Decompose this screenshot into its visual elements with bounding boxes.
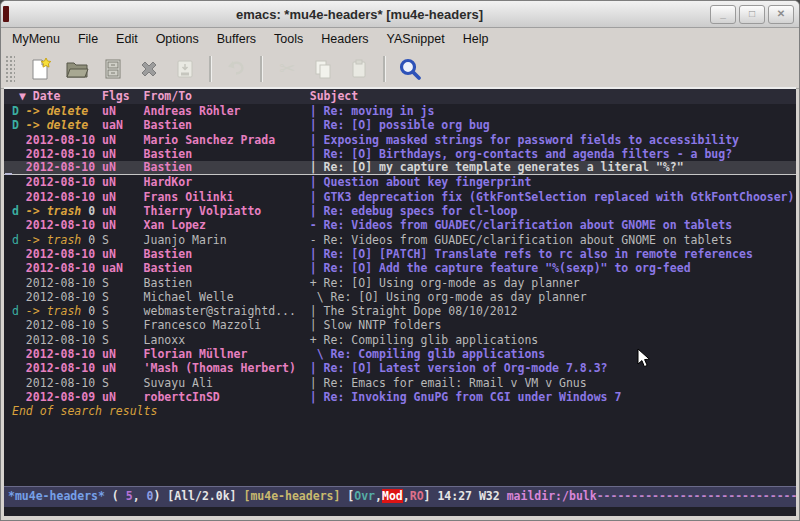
mark-count xyxy=(95,261,102,275)
tool-bar: ✂ xyxy=(1,49,799,89)
message-date: 2012-08-10 xyxy=(26,261,95,275)
message-row[interactable]: 2012-08-10 S Michael Welle \ Re: [O] Usi… xyxy=(4,290,796,304)
message-row[interactable]: 2012-08-10 uN Mario Sanchez Prada | Expo… xyxy=(4,133,796,147)
message-from: HardKor xyxy=(144,175,310,189)
message-date: 2012-08-10 xyxy=(26,276,95,290)
search-button[interactable] xyxy=(392,53,428,85)
message-row[interactable]: 2012-08-10 uN HardKor | Question about k… xyxy=(4,175,796,189)
new-file-button[interactable] xyxy=(23,53,59,85)
message-subject: + Re: Compiling glib applications xyxy=(310,333,538,347)
menu-item-tools[interactable]: Tools xyxy=(265,30,312,48)
message-from: Bastien xyxy=(144,276,310,290)
minimize-button[interactable]: _ xyxy=(710,5,736,24)
menu-item-headers[interactable]: Headers xyxy=(312,30,377,48)
message-subject: | Re: [O] [PATCH] Translate refs to rc a… xyxy=(310,247,753,261)
message-subject: | Re: [O] Add the capture feature "%(sex… xyxy=(310,261,691,275)
column-subject[interactable]: Subject xyxy=(310,89,358,103)
message-from: Lanoxx xyxy=(144,333,310,347)
message-row[interactable]: D -> delete uaN Bastien | Re: [O] possib… xyxy=(4,118,796,132)
message-row[interactable]: 2012-08-10 uaN Bastien | Re: [O] Add the… xyxy=(4,261,796,275)
mark-count: 0 xyxy=(81,204,102,218)
mark-flag xyxy=(12,361,26,375)
cut-button[interactable]: ✂ xyxy=(269,53,305,85)
message-flags: uaN xyxy=(102,118,144,132)
message-row[interactable]: 2012-08-10 uN Florian Müllner \ Re: Comp… xyxy=(4,347,796,361)
message-flags: S xyxy=(102,304,144,318)
message-date: 2012-08-10 xyxy=(26,175,95,189)
message-row[interactable]: 2012-08-10 S Francesco Mazzoli | Slow NN… xyxy=(4,318,796,332)
message-subject: | Re: Emacs for email: Rmail v VM v Gnus xyxy=(310,376,587,390)
menu-item-buffers[interactable]: Buffers xyxy=(208,30,265,48)
message-row[interactable]: 2012-08-10 uN Frans Oilinki | GTK3 depre… xyxy=(4,190,796,204)
mark-count: 0 xyxy=(81,233,102,247)
message-row[interactable]: 2012-08-10 uN Bastien | Re: [O] Birthday… xyxy=(4,147,796,161)
message-flags: uN xyxy=(102,390,144,404)
message-row[interactable]: 2012-08-09 uN robertcInSD | Re: Invoking… xyxy=(4,390,796,404)
toolbar-grip-handle[interactable] xyxy=(5,55,15,83)
mark-flag xyxy=(12,276,26,290)
column-date[interactable]: ▼ Date xyxy=(12,89,102,103)
message-row[interactable]: d -> trash 0 uN Thierry Volpiatto | Re: … xyxy=(4,204,796,218)
menu-item-mymenu[interactable]: MyMenu xyxy=(3,30,69,48)
menu-item-yasnippet[interactable]: YASnippet xyxy=(378,30,454,48)
window-title: emacs: *mu4e-headers* [mu4e-headers] xyxy=(9,7,710,22)
message-row[interactable]: d -> trash 0 S Juanjo Marin - Re: Videos… xyxy=(4,233,796,247)
mark-flag: d xyxy=(12,204,26,218)
mark-flag xyxy=(12,190,26,204)
menu-item-file[interactable]: File xyxy=(69,30,107,48)
open-file-button[interactable] xyxy=(59,53,95,85)
message-row[interactable]: 2012-08-10 uN Bastien | Re: [O] my captu… xyxy=(4,161,796,175)
message-subject: | Re: edebug specs for cl-loop xyxy=(310,204,518,218)
column-flags[interactable]: Flgs xyxy=(102,89,144,103)
toolbar-separator xyxy=(260,56,263,82)
close-button[interactable]: ✕ xyxy=(768,5,794,24)
echo-area xyxy=(4,507,796,516)
menu-item-edit[interactable]: Edit xyxy=(107,30,147,48)
message-from: Florian Müllner xyxy=(144,347,310,361)
message-row[interactable]: d -> trash 0 S webmaster@straightd... | … xyxy=(4,304,796,318)
paste-button[interactable] xyxy=(341,53,377,85)
message-row[interactable]: D -> delete uN Andreas Röhler | Re: movi… xyxy=(4,104,796,118)
message-row[interactable]: 2012-08-10 uN 'Mash (Thomas Herbert) | R… xyxy=(4,361,796,375)
column-from[interactable]: From/To xyxy=(144,89,310,103)
message-subject: \ Re: [O] Using org-mode as day planner xyxy=(310,290,587,304)
message-date: 2012-08-10 xyxy=(26,318,95,332)
titlebar[interactable]: emacs: *mu4e-headers* [mu4e-headers] _ □… xyxy=(1,1,799,28)
menu-item-options[interactable]: Options xyxy=(147,30,208,48)
message-from: webmaster@straightd... xyxy=(144,304,310,318)
message-subject: \ Re: Compiling glib applications xyxy=(310,347,545,361)
dired-button[interactable] xyxy=(95,53,131,85)
copy-button[interactable] xyxy=(305,53,341,85)
menu-item-help[interactable]: Help xyxy=(454,30,498,48)
message-from: robertcInSD xyxy=(144,390,310,404)
message-flags: S xyxy=(102,333,144,347)
mark-flag xyxy=(12,133,26,147)
message-row[interactable]: 2012-08-10 S Bastien + Re: [O] Using org… xyxy=(4,276,796,290)
message-flags: uN xyxy=(102,218,144,232)
maximize-button[interactable]: □ xyxy=(739,5,765,24)
mark-count xyxy=(95,175,102,189)
message-flags: uN xyxy=(102,175,144,189)
mark-flag xyxy=(12,147,26,161)
message-flags: uaN xyxy=(102,261,144,275)
mu4e-headers-buffer[interactable]: ▼ Date Flgs From/To Subject D -> delete … xyxy=(4,87,796,516)
message-row[interactable]: 2012-08-10 uN Bastien | Re: [O] [PATCH] … xyxy=(4,247,796,261)
mark-flag xyxy=(12,261,26,275)
message-flags: uN xyxy=(102,147,144,161)
message-row[interactable]: 2012-08-10 S Lanoxx + Re: Compiling glib… xyxy=(4,333,796,347)
mode-line[interactable]: *mu4e-headers* ( 5, 0) [All/2.0k] [mu4e-… xyxy=(4,486,796,507)
message-subject: | Re: Invoking GnuPG from CGI under Wind… xyxy=(310,390,622,404)
message-flags: uN xyxy=(102,133,144,147)
modeline-major-mode: [mu4e-headers] xyxy=(243,489,340,503)
mark-count xyxy=(95,333,102,347)
modeline-line-number: 5 xyxy=(126,489,133,503)
message-subject: | Re: [O] Birthdays, org-contacts and ag… xyxy=(310,147,732,161)
save-button[interactable] xyxy=(167,53,203,85)
mark-count xyxy=(95,190,102,204)
message-row[interactable]: 2012-08-10 S Suvayu Ali | Re: Emacs for … xyxy=(4,376,796,390)
kill-buffer-button[interactable] xyxy=(131,53,167,85)
message-flags: S xyxy=(102,318,144,332)
message-row[interactable]: 2012-08-10 uN Xan Lopez - Re: Videos fro… xyxy=(4,218,796,232)
undo-button[interactable] xyxy=(218,53,254,85)
modeline-clock: ] 14:27 W32 xyxy=(424,489,507,503)
